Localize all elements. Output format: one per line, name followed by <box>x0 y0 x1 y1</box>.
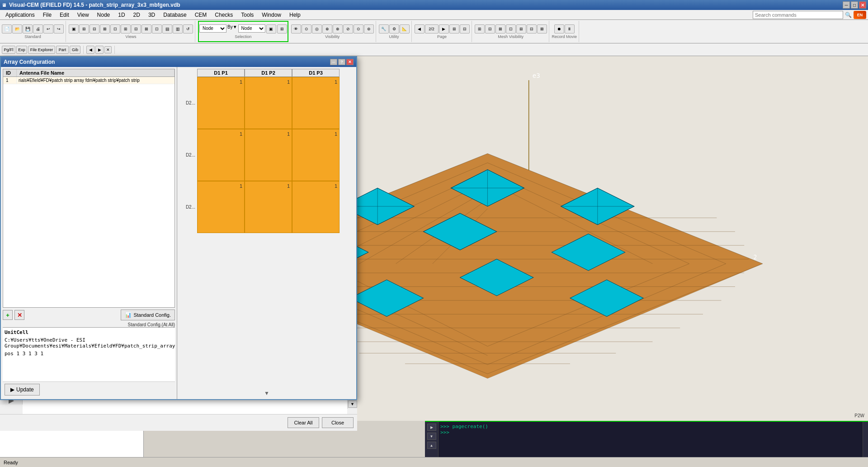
grid-cell-1-2[interactable]: 1 <box>245 77 292 129</box>
tb-rec1[interactable]: ⏺ <box>554 24 564 33</box>
dialog-help-btn[interactable]: ? <box>338 59 345 65</box>
tb-vis7[interactable]: ⊙ <box>354 24 363 33</box>
tb-mesh5[interactable]: ⊞ <box>516 24 526 33</box>
tb-view12[interactable]: ↺ <box>183 24 193 33</box>
tb-vis2[interactable]: ⊙ <box>302 24 311 33</box>
menu-2d[interactable]: 2D <box>130 11 144 19</box>
console-side-btn1[interactable]: ▶ <box>427 424 436 431</box>
clear-all-btn[interactable]: Clear All <box>288 417 319 428</box>
selection-by-select[interactable]: Node <box>238 24 265 33</box>
tb-view5[interactable]: ⊡ <box>110 24 120 33</box>
toolbar-views: ▣ ⊞ ⊟ ⊠ ⊡ ⊞ ⊟ ⊠ ⊡ ▤ ▥ ↺ Views <box>69 21 195 42</box>
tb-view6[interactable]: ⊞ <box>121 24 131 33</box>
grid-cell-3-2[interactable]: 1 <box>245 181 292 233</box>
tb-open[interactable]: 📂 <box>12 24 22 33</box>
menu-3d[interactable]: 3D <box>145 11 159 19</box>
tb-vis8[interactable]: ⊚ <box>364 24 374 33</box>
dialog-close-btn[interactable]: ✕ <box>346 59 354 65</box>
tb-sel1[interactable]: ▣ <box>266 24 276 33</box>
tb-view8[interactable]: ⊠ <box>142 24 151 33</box>
tb-sel2[interactable]: ⊞ <box>277 24 287 33</box>
tb-view9[interactable]: ⊡ <box>152 24 162 33</box>
tb-view11[interactable]: ▥ <box>173 24 183 33</box>
grid-cell-1-1[interactable]: 1 <box>197 77 245 129</box>
tb2-extra2[interactable]: ▶ <box>95 46 104 54</box>
menu-view[interactable]: View <box>74 11 93 19</box>
menu-edit[interactable]: Edit <box>56 11 73 19</box>
tb-view2[interactable]: ⊞ <box>79 24 89 33</box>
close-btn[interactable]: Close <box>322 417 354 428</box>
menu-applications[interactable]: Applications <box>2 11 38 19</box>
tb-view4[interactable]: ⊠ <box>100 24 110 33</box>
menu-cem[interactable]: CEM <box>191 11 211 19</box>
tb-rec2[interactable]: ⏸ <box>565 24 575 33</box>
tb-util2[interactable]: ⚙ <box>389 24 399 33</box>
grid-cell-2-3[interactable]: 1 <box>292 129 340 181</box>
tb-mesh2[interactable]: ⊟ <box>485 24 495 33</box>
tb2-file-explorer[interactable]: File Explorer <box>28 46 55 54</box>
update-btn[interactable]: ▶ Update <box>5 384 40 396</box>
table-row[interactable]: 1 rials¥Efield¥FD¥patch strip array fdm¥… <box>3 77 175 84</box>
tb-print[interactable]: 🖨 <box>33 24 43 33</box>
tb2-exp[interactable]: Exp <box>16 46 27 54</box>
search-input[interactable] <box>753 11 843 19</box>
sub-scroll-down[interactable]: ▼ <box>348 400 357 408</box>
remove-antenna-btn[interactable]: ✕ <box>14 310 24 320</box>
tb-util1[interactable]: 🔧 <box>379 24 389 33</box>
console-scrollbar[interactable] <box>863 422 868 457</box>
tb-view7[interactable]: ⊟ <box>131 24 141 33</box>
grid-scroll-down[interactable]: ▼ <box>264 390 269 396</box>
tb-view10[interactable]: ▤ <box>162 24 172 33</box>
tb-view3[interactable]: ⊟ <box>90 24 99 33</box>
menu-database[interactable]: Database <box>160 11 190 19</box>
menu-window[interactable]: Window <box>258 11 285 19</box>
menu-1d[interactable]: 1D <box>114 11 128 19</box>
tb-save[interactable]: 💾 <box>23 24 33 33</box>
tb-util3[interactable]: 📐 <box>400 24 410 33</box>
minimize-button[interactable]: ─ <box>843 1 850 9</box>
tb-mesh1[interactable]: ⊞ <box>475 24 485 33</box>
menu-tools[interactable]: Tools <box>237 11 257 19</box>
tb-mesh3[interactable]: ⊠ <box>495 24 505 33</box>
console-side-btn2[interactable]: ▼ <box>427 433 436 440</box>
grid-cell-1-3[interactable]: 1 <box>292 77 340 129</box>
selection-type-select[interactable]: Node <box>199 24 226 33</box>
tb-undo[interactable]: ↩ <box>43 24 53 33</box>
std-config-btn[interactable]: 📊 Standard Config. <box>121 310 175 320</box>
tb-mesh7[interactable]: ⊠ <box>537 24 547 33</box>
tb-view1[interactable]: ▣ <box>69 24 79 33</box>
console-side-btn3[interactable]: ▲ <box>427 442 436 449</box>
tb2-gib[interactable]: Gib <box>70 46 80 54</box>
tb-page-grid[interactable]: ⊞ <box>449 24 459 33</box>
tb-vis6[interactable]: ⊘ <box>343 24 353 33</box>
grid-cell-3-1[interactable]: 1 <box>197 181 245 233</box>
menu-file[interactable]: File <box>39 11 55 19</box>
grid-cell-3-3[interactable]: 1 <box>292 181 340 233</box>
tb-vis3[interactable]: ◎ <box>312 24 322 33</box>
tb-new[interactable]: 📄 <box>2 24 12 33</box>
add-antenna-btn[interactable]: + <box>3 310 13 320</box>
tb2-close[interactable]: ✕ <box>104 46 112 53</box>
tb-page-next[interactable]: ▶ <box>439 24 449 33</box>
grid-cell-2-1[interactable]: 1 <box>197 129 245 181</box>
menu-help[interactable]: Help <box>286 11 304 19</box>
close-button[interactable]: ✕ <box>859 1 866 9</box>
tb-vis5[interactable]: ⊗ <box>333 24 343 33</box>
menu-checks[interactable]: Checks <box>211 11 236 19</box>
tb-vis1[interactable]: 👁 <box>291 24 301 33</box>
tb-mesh6[interactable]: ⊟ <box>527 24 537 33</box>
tb-mesh4[interactable]: ⊡ <box>506 24 516 33</box>
status-text: Ready <box>4 460 18 465</box>
tb2-pgfl[interactable]: Pg/Fl <box>2 46 15 54</box>
tb-vis4[interactable]: ⊕ <box>322 24 332 33</box>
dialog-minimize-btn[interactable]: ─ <box>330 59 337 65</box>
tb-page-opt[interactable]: ⊟ <box>460 24 470 33</box>
tb-redo[interactable]: ↪ <box>54 24 64 33</box>
menu-node[interactable]: Node <box>94 11 114 19</box>
tb-page-prev[interactable]: ◀ <box>415 24 425 33</box>
grid-cell-2-2[interactable]: 1 <box>245 129 292 181</box>
search-icon[interactable]: 🔍 <box>845 12 852 18</box>
tb2-part[interactable]: Part <box>56 46 69 54</box>
tb2-extra1[interactable]: ◀ <box>86 46 94 54</box>
maximize-button[interactable]: □ <box>851 1 858 9</box>
